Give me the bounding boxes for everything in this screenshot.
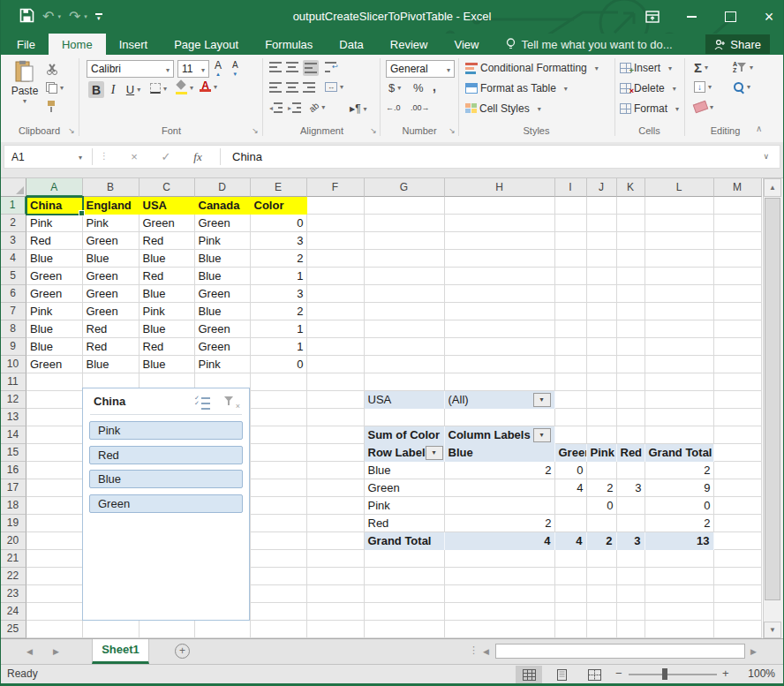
- cell-J17[interactable]: 2: [587, 479, 617, 497]
- expand-formula-bar-icon[interactable]: ∨: [763, 152, 769, 161]
- close-button[interactable]: ×: [761, 9, 777, 25]
- vertical-scrollbar-thumb[interactable]: [765, 198, 780, 600]
- cell-E7[interactable]: 2: [251, 303, 307, 320]
- cell-D10[interactable]: Pink: [195, 356, 251, 373]
- tab-strip-splitter-dots[interactable]: ⋮: [469, 645, 479, 656]
- text-direction-icon[interactable]: ▶¶: [350, 102, 367, 115]
- comma-style-icon[interactable]: ,: [433, 79, 436, 94]
- column-header-D[interactable]: D: [195, 178, 251, 197]
- cell-I20[interactable]: 4: [555, 532, 587, 550]
- redo-icon[interactable]: ↷: [69, 10, 80, 24]
- normal-view-icon[interactable]: [516, 666, 542, 683]
- paste-button[interactable]: Paste ▾: [7, 60, 42, 118]
- column-header-B[interactable]: B: [83, 178, 139, 197]
- cell-D6[interactable]: Green: [195, 285, 251, 303]
- cell-A7[interactable]: Pink: [26, 303, 83, 320]
- scroll-down-icon[interactable]: ▼: [764, 622, 781, 638]
- cell-E10[interactable]: 0: [251, 356, 307, 373]
- number-format-combo[interactable]: General: [386, 60, 455, 78]
- column-header-L[interactable]: L: [645, 178, 714, 197]
- sheet-tab-sheet1[interactable]: Sheet1: [92, 639, 149, 664]
- name-box-dropdown-icon[interactable]: ▾: [79, 154, 82, 162]
- bottom-align-icon[interactable]: [303, 60, 319, 76]
- row-header-17[interactable]: 17: [0, 479, 26, 497]
- cell-L15[interactable]: Grand Total: [645, 444, 714, 462]
- row-header-23[interactable]: 23: [0, 585, 26, 603]
- accounting-format-icon[interactable]: $: [388, 81, 401, 94]
- shrink-font-icon[interactable]: A▼: [232, 61, 238, 79]
- row-header-9[interactable]: 9: [0, 338, 26, 356]
- collapse-ribbon-icon[interactable]: ∧: [756, 124, 762, 133]
- cell-I17[interactable]: 4: [555, 479, 587, 497]
- cell-L20[interactable]: 13: [645, 532, 714, 550]
- decrease-decimal-icon[interactable]: .00→: [411, 103, 430, 112]
- cell-D4[interactable]: Blue: [195, 250, 251, 268]
- cell-A5[interactable]: Green: [26, 268, 83, 285]
- underline-button[interactable]: U: [122, 81, 145, 98]
- format-cells-button[interactable]: Format: [620, 102, 679, 115]
- font-size-combo[interactable]: 11: [177, 60, 209, 78]
- row-header-20[interactable]: 20: [0, 532, 26, 550]
- fill-color-icon[interactable]: [175, 81, 193, 94]
- customize-quick-access-toolbar-icon[interactable]: ▾: [95, 13, 102, 20]
- column-header-G[interactable]: G: [365, 178, 445, 197]
- cancel-icon[interactable]: ×: [123, 146, 146, 168]
- cell-styles-button[interactable]: Cell Styles: [465, 102, 541, 115]
- column-header-C[interactable]: C: [139, 178, 195, 197]
- row-header-8[interactable]: 8: [0, 320, 26, 338]
- cell-H16[interactable]: 2: [445, 462, 555, 479]
- row-header-18[interactable]: 18: [0, 497, 26, 515]
- zoom-slider-track[interactable]: [629, 674, 717, 675]
- middle-align-icon[interactable]: [286, 62, 298, 72]
- page-layout-view-icon[interactable]: [548, 666, 575, 683]
- column-header-E[interactable]: E: [251, 178, 307, 197]
- row-header-13[interactable]: 13: [0, 409, 26, 426]
- cell-A2[interactable]: Pink: [26, 215, 83, 232]
- cell-J18[interactable]: 0: [587, 497, 617, 515]
- insert-function-icon[interactable]: fx: [186, 146, 209, 168]
- cell-A8[interactable]: Blue: [26, 320, 83, 338]
- tab-page-layout[interactable]: Page Layout: [161, 34, 252, 55]
- cell-B8[interactable]: Red: [83, 320, 139, 338]
- row-header-3[interactable]: 3: [0, 232, 26, 250]
- cell-E1[interactable]: Color: [251, 197, 307, 215]
- sheet-nav-right-icon[interactable]: ▶: [53, 647, 59, 656]
- cell-C1[interactable]: USA: [139, 197, 195, 215]
- decrease-indent-icon[interactable]: ◂: [269, 102, 283, 113]
- slicer-multiselect-icon[interactable]: ✓ ✓ ✓: [194, 396, 215, 411]
- format-painter-icon[interactable]: [46, 101, 57, 112]
- cell-C2[interactable]: Green: [139, 215, 195, 232]
- slicer-item-pink[interactable]: Pink: [89, 421, 243, 440]
- cell-K15[interactable]: Red: [617, 444, 645, 462]
- cell-G12[interactable]: USA: [365, 391, 445, 409]
- zoom-out-icon[interactable]: −: [615, 667, 622, 680]
- sheet-nav-left-icon[interactable]: ◀: [26, 647, 33, 656]
- font-name-combo[interactable]: Calibri: [87, 60, 174, 78]
- cell-B3[interactable]: Green: [83, 232, 139, 250]
- fill-down-icon[interactable]: ↓: [694, 81, 712, 93]
- pivot-report-filter-dropdown[interactable]: ▾: [533, 393, 551, 407]
- cell-B5[interactable]: Green: [83, 268, 139, 285]
- cell-C5[interactable]: Red: [139, 268, 195, 285]
- cell-D1[interactable]: Canada: [195, 197, 251, 215]
- row-header-1[interactable]: 1: [0, 197, 26, 215]
- row-header-2[interactable]: 2: [0, 215, 26, 232]
- font-color-icon[interactable]: A: [200, 81, 217, 92]
- column-header-I[interactable]: I: [555, 178, 587, 197]
- pivot-row-labels-dropdown[interactable]: ▾: [426, 446, 443, 460]
- cell-E3[interactable]: 3: [251, 232, 307, 250]
- zoom-slider-thumb[interactable]: [662, 668, 667, 680]
- cell-A4[interactable]: Blue: [26, 250, 83, 268]
- hscroll-left-icon[interactable]: ◀: [483, 647, 489, 656]
- cell-L19[interactable]: 2: [645, 515, 714, 532]
- cell-H20[interactable]: 4: [445, 532, 555, 550]
- cell-D2[interactable]: Green: [195, 215, 251, 232]
- cell-E5[interactable]: 1: [251, 268, 307, 285]
- cell-J20[interactable]: 2: [587, 532, 617, 550]
- row-header-6[interactable]: 6: [0, 285, 26, 303]
- italic-button[interactable]: I: [105, 81, 121, 98]
- row-header-24[interactable]: 24: [0, 603, 26, 621]
- increase-decimal-icon[interactable]: ←.0: [386, 103, 401, 112]
- row-header-5[interactable]: 5: [0, 268, 26, 285]
- row-header-11[interactable]: 11: [0, 373, 26, 391]
